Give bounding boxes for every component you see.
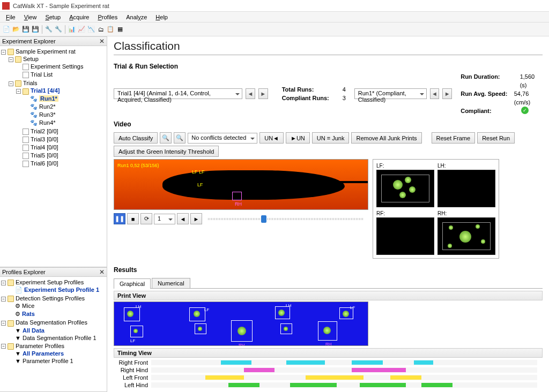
tab-graphical[interactable]: Graphical (114, 278, 151, 289)
next-run-button[interactable]: ► (442, 88, 452, 99)
progress-slider[interactable] (208, 218, 364, 220)
adjust-green-button[interactable]: Adjust the Green Intensity Threshold (114, 146, 219, 157)
tree-run1[interactable]: Run1* (39, 95, 58, 102)
tree-root[interactable]: Sample Experiment rat (16, 48, 76, 55)
tv-rf-track[interactable] (151, 360, 537, 365)
close-icon[interactable]: ✕ (99, 268, 105, 276)
auto-classify-button[interactable]: Auto Classify (114, 132, 158, 144)
reset-frame-button[interactable]: Reset Frame (432, 132, 476, 144)
tb-icon-7[interactable]: 📊 (68, 25, 76, 34)
paw-lf-view[interactable] (376, 170, 434, 207)
tree-rats[interactable]: Rats (22, 311, 35, 317)
run-icon: 🐾 (30, 119, 38, 126)
paw-lh-view[interactable] (437, 170, 495, 207)
tree-run4[interactable]: Run4* (39, 119, 56, 126)
tb-save-icon[interactable]: 💾 (21, 25, 30, 34)
trial-dropdown[interactable]: Trial1 [4/4] (Animal 1, d-14, Control, A… (114, 88, 242, 99)
tb-new-icon[interactable]: 📄 (2, 25, 11, 34)
tb-icon-12[interactable]: ▦ (116, 25, 124, 34)
tree-toggle[interactable]: − (1, 297, 6, 301)
tb-icon-10[interactable]: 🗂 (97, 25, 105, 34)
tree-esp[interactable]: Experiment Setup Profiles (16, 279, 84, 285)
step-fwd-button[interactable]: ► (190, 213, 202, 224)
tree-trials[interactable]: Trials (23, 80, 37, 86)
tb-icon-5[interactable]: 🔧 (44, 25, 53, 34)
menu-help[interactable]: Help (151, 13, 172, 21)
prev-trial-button[interactable]: ◄ (246, 88, 255, 99)
tv-lf-track[interactable] (151, 375, 537, 380)
zoom-out-button[interactable]: 🔍 (174, 132, 186, 144)
tb-icon-11[interactable]: 📋 (106, 25, 115, 34)
print-view[interactable]: LH LF LF RH LH RH LF (114, 301, 368, 346)
tv-lf-label: Left Front (114, 374, 151, 381)
video-frame[interactable]: Run1 0,52 (53/156) LF LF LF RH (114, 159, 368, 210)
tree-mice[interactable]: Mice (22, 303, 34, 309)
tree-toggle[interactable]: − (1, 281, 6, 285)
tb-open-icon[interactable]: 📂 (12, 25, 20, 34)
tree-trial5[interactable]: Trial5 [0/0] (31, 152, 58, 159)
next-trial-button[interactable]: ► (258, 88, 268, 99)
tree-allparam[interactable]: All Parameters (23, 350, 64, 357)
remove-junk-button[interactable]: Remove All Junk Prints (351, 132, 421, 144)
paw-rh-view[interactable] (437, 217, 495, 255)
paw-rf-view[interactable] (376, 217, 434, 255)
slider-thumb[interactable] (261, 215, 266, 223)
tree-run3[interactable]: Run3* (39, 111, 56, 118)
menu-acquire[interactable]: Acquire (65, 13, 93, 21)
tree-esp1[interactable]: Experiment Setup Profile 1 (24, 287, 99, 293)
un-next-button[interactable]: ► UN (286, 132, 310, 144)
tree-toggle[interactable]: − (9, 57, 13, 62)
tree-toggle[interactable]: − (1, 344, 6, 349)
tree-toggle[interactable]: − (1, 321, 6, 326)
experiment-explorer-header: Experiment Explorer ✕ (0, 36, 107, 46)
run-dropdown[interactable]: Run1* (Compliant, Classified) (354, 88, 427, 99)
pause-button[interactable]: ❚❚ (114, 213, 125, 224)
tree-dseg1[interactable]: Data Segmentation Profile 1 (23, 335, 97, 341)
tree-alldata[interactable]: All Data (23, 327, 44, 334)
tree-pp1[interactable]: Parameter Profile 1 (23, 358, 73, 364)
menu-view[interactable]: View (20, 13, 41, 21)
frame-select[interactable]: 1 (154, 214, 175, 224)
prev-run-button[interactable]: ◄ (430, 88, 440, 99)
compliant-label: Compliant: (461, 107, 517, 115)
tree-trial2[interactable]: Trial2 [0/0] (31, 128, 58, 134)
tree-toggle[interactable]: − (9, 81, 13, 86)
tree-pp[interactable]: Parameter Profiles (16, 343, 64, 349)
page-icon (23, 72, 29, 78)
tree-dsegp[interactable]: Data Segmentation Profiles (16, 319, 87, 326)
tree-trial3[interactable]: Trial3 [0/0] (31, 136, 58, 142)
un-prev-button[interactable]: UN ◄ (259, 132, 284, 144)
tree-trial6[interactable]: Trial6 [0/0] (31, 160, 58, 167)
tree-trial-list[interactable]: Trial List (31, 71, 53, 78)
tree-setup[interactable]: Setup (23, 56, 39, 62)
tb-icon-9[interactable]: 📉 (87, 25, 95, 34)
video-overlay-text: Run1 0,52 (53/156) (117, 163, 159, 168)
reset-run-button[interactable]: Reset Run (477, 132, 515, 144)
tv-lh-track[interactable] (151, 382, 537, 388)
tab-numerical[interactable]: Numerical (152, 278, 190, 288)
un-junk-button[interactable]: UN = Junk (312, 132, 350, 144)
loop-button[interactable]: ⟳ (140, 213, 152, 224)
tb-icon-8[interactable]: 📈 (77, 25, 86, 34)
tree-run2[interactable]: Run2* (39, 103, 56, 110)
tree-toggle[interactable]: − (1, 50, 6, 55)
stop-button[interactable]: ■ (127, 213, 139, 224)
menu-profiles[interactable]: Profiles (93, 13, 122, 21)
menu-file[interactable]: File (2, 13, 20, 21)
tree-exp-settings[interactable]: Experiment Settings (31, 63, 83, 70)
tree-trial1[interactable]: Trial1 [4/4] (31, 87, 60, 94)
tb-saveall-icon[interactable]: 💾 (31, 25, 40, 34)
paw-lh-label: LH: (437, 163, 495, 169)
tree-trial4[interactable]: Trial4 [0/0] (31, 144, 58, 150)
tree-dsp[interactable]: Detection Settings Profiles (16, 295, 85, 301)
run-icon: 🐾 (30, 103, 38, 110)
zoom-in-button[interactable]: 🔍 (160, 132, 172, 144)
step-back-button[interactable]: ◄ (177, 213, 189, 224)
tb-icon-6[interactable]: 🔧 (54, 25, 63, 34)
tv-rh-track[interactable] (151, 367, 537, 373)
menu-analyze[interactable]: Analyze (122, 13, 151, 21)
tree-toggle[interactable]: − (16, 89, 21, 94)
close-icon[interactable]: ✕ (99, 37, 105, 45)
conflicts-dropdown[interactable]: No conflicts detected (188, 133, 257, 144)
menu-setup[interactable]: Setup (41, 13, 65, 21)
